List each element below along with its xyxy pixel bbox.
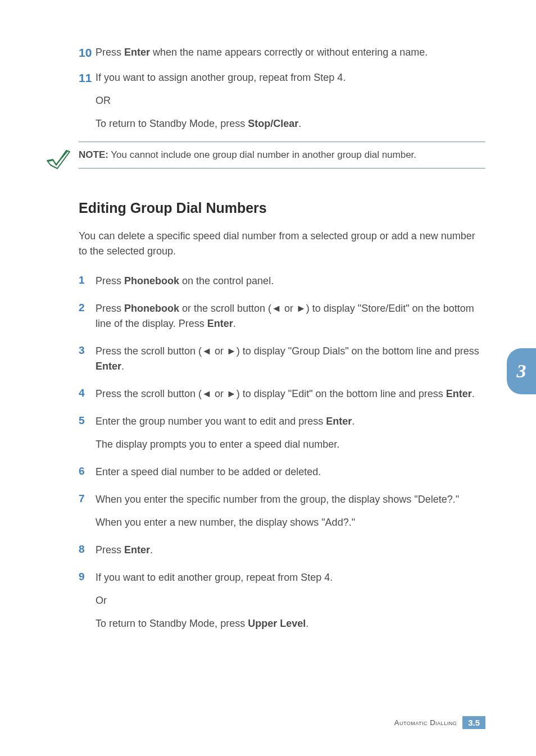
step-number: 3 xyxy=(79,344,96,358)
note-text: You cannot include one group dial number… xyxy=(108,149,416,160)
step-text: Press Phonebook on the control panel. xyxy=(96,274,485,289)
step-paragraph: Press the scroll button (◄ or ►) to disp… xyxy=(96,344,485,374)
step-paragraph: Enter a speed dial number to be added or… xyxy=(96,464,485,480)
step-paragraph: The display prompts you to enter a speed… xyxy=(96,437,485,452)
step-paragraph: To return to Standby Mode, press Upper L… xyxy=(96,616,485,631)
step-paragraph: When you enter the specific number from … xyxy=(96,492,485,507)
step-paragraph: Press Phonebook on the control panel. xyxy=(96,274,485,289)
step-paragraph: When you enter a new number, the display… xyxy=(96,515,485,530)
note-box: NOTE: You cannot include one group dial … xyxy=(45,142,485,172)
page-content: 10Press Enter when the name appears corr… xyxy=(0,0,536,756)
step-number: 10 xyxy=(79,45,96,60)
step-text: When you enter the specific number from … xyxy=(96,492,485,530)
steps-top: 10Press Enter when the name appears corr… xyxy=(79,45,485,131)
step-text: Press Enter. xyxy=(96,543,485,558)
step-paragraph: To return to Standby Mode, press Stop/Cl… xyxy=(96,116,485,131)
step-paragraph: OR xyxy=(96,93,485,108)
step-paragraph: If you want to edit another group, repea… xyxy=(96,570,485,585)
step-text: If you want to assign another group, rep… xyxy=(96,70,485,131)
step-text: Press Phonebook or the scroll button (◄ … xyxy=(96,301,485,331)
step-number: 1 xyxy=(79,274,96,288)
chapter-number: 3 xyxy=(517,361,526,382)
step-item: 2Press Phonebook or the scroll button (◄… xyxy=(79,301,485,331)
step-paragraph: Or xyxy=(96,593,485,608)
step-item: 9 If you want to edit another group, rep… xyxy=(79,570,485,631)
section-heading: Editing Group Dial Numbers xyxy=(79,200,485,216)
step-item: 11If you want to assign another group, r… xyxy=(79,70,485,131)
steps-main: 1Press Phonebook on the control panel.2P… xyxy=(79,274,485,631)
step-number: 7 xyxy=(79,492,96,506)
step-text: Press Enter when the name appears correc… xyxy=(96,45,485,60)
step-text: Enter a speed dial number to be added or… xyxy=(96,464,485,480)
step-item: 4Press the scroll button (◄ or ►) to dis… xyxy=(79,386,485,402)
step-item: 5Enter the group number you want to edit… xyxy=(79,414,485,452)
note-label: NOTE: xyxy=(79,149,108,160)
step-number: 9 xyxy=(79,570,96,584)
step-number: 8 xyxy=(79,543,96,557)
step-number: 2 xyxy=(79,301,96,315)
step-item: 8Press Enter. xyxy=(79,543,485,558)
step-item: 6Enter a speed dial number to be added o… xyxy=(79,464,485,480)
note-content: NOTE: You cannot include one group dial … xyxy=(79,142,485,168)
step-item: 1Press Phonebook on the control panel. xyxy=(79,274,485,289)
step-text: Enter the group number you want to edit … xyxy=(96,414,485,452)
step-item: 7When you enter the specific number from… xyxy=(79,492,485,530)
step-paragraph: Press the scroll button (◄ or ►) to disp… xyxy=(96,386,485,402)
step-paragraph: If you want to assign another group, rep… xyxy=(96,70,485,85)
checkmark-icon xyxy=(45,145,72,172)
step-text: Press the scroll button (◄ or ►) to disp… xyxy=(96,344,485,374)
step-paragraph: Press Enter. xyxy=(96,543,485,558)
step-number: 11 xyxy=(79,70,96,85)
step-number: 5 xyxy=(79,414,96,428)
step-number: 6 xyxy=(79,464,96,479)
step-paragraph: Press Enter when the name appears correc… xyxy=(96,45,485,60)
step-item: 3Press the scroll button (◄ or ►) to dis… xyxy=(79,344,485,374)
step-paragraph: Enter the group number you want to edit … xyxy=(96,414,485,429)
chapter-tab: 3 xyxy=(507,348,536,394)
step-number: 4 xyxy=(79,386,96,400)
step-text: Press the scroll button (◄ or ►) to disp… xyxy=(96,386,485,402)
footer-page-number: 3.5 xyxy=(462,716,485,729)
step-item: 10Press Enter when the name appears corr… xyxy=(79,45,485,60)
page-footer: Automatic Dialling 3.5 xyxy=(394,716,485,729)
step-paragraph: Press Phonebook or the scroll button (◄ … xyxy=(96,301,485,331)
step-text: If you want to edit another group, repea… xyxy=(96,570,485,631)
intro-text: You can delete a specific speed dial num… xyxy=(79,229,485,259)
footer-section: Automatic Dialling xyxy=(394,718,457,727)
